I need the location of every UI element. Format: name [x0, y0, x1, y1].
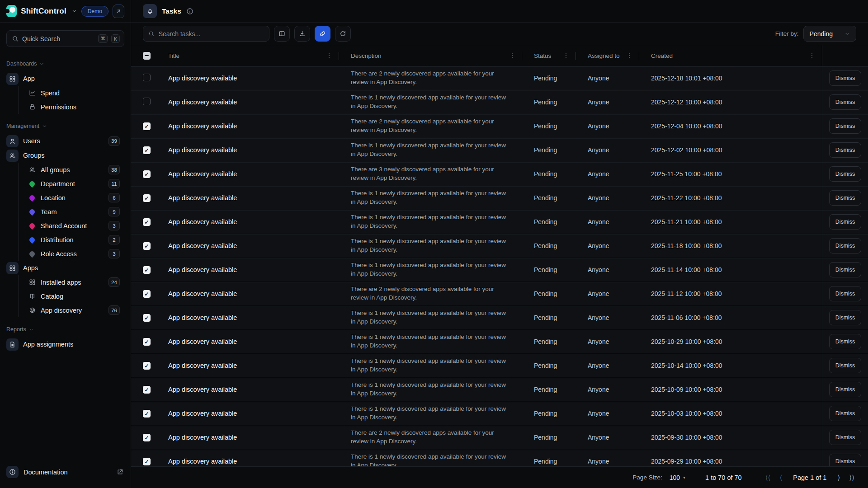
- task-created: 2025-10-14 10:00 +08:00: [639, 362, 822, 369]
- sidebar-item-users[interactable]: Users39: [6, 134, 120, 148]
- section-header-dashboards[interactable]: Dashboards: [6, 61, 120, 67]
- sidebar-item-app[interactable]: App: [6, 71, 120, 86]
- section-header-reports[interactable]: Reports: [6, 326, 120, 333]
- count-badge: 3: [108, 249, 120, 258]
- sidebar-item-permissions[interactable]: Permissions: [28, 100, 120, 114]
- dismiss-button[interactable]: Dismiss: [829, 382, 862, 397]
- row-checkbox[interactable]: ✓: [143, 266, 151, 274]
- section-header-management[interactable]: Management: [6, 123, 120, 129]
- last-page-button[interactable]: ⟩⟩: [849, 474, 854, 482]
- row-checkbox[interactable]: ✓: [143, 290, 151, 298]
- row-checkbox[interactable]: ✓: [143, 122, 151, 130]
- dismiss-button[interactable]: Dismiss: [829, 238, 862, 253]
- table-row: ✓ App discovery available There is 1 new…: [131, 186, 868, 210]
- task-description: There is 1 newly discovered app availabl…: [339, 213, 522, 230]
- dismiss-button[interactable]: Dismiss: [829, 118, 862, 134]
- task-created: 2025-11-21 10:00 +08:00: [639, 218, 822, 225]
- row-checkbox[interactable]: ✓: [143, 314, 151, 322]
- users-icon: [6, 150, 19, 162]
- info-icon[interactable]: [186, 8, 193, 15]
- first-page-button[interactable]: ⟨⟨: [765, 474, 771, 482]
- dismiss-button[interactable]: Dismiss: [829, 262, 862, 277]
- row-checkbox[interactable]: [143, 74, 151, 81]
- dismiss-button[interactable]: Dismiss: [829, 70, 862, 86]
- sidebar-item-shared-account[interactable]: Shared Account3: [28, 219, 120, 233]
- link-button[interactable]: [315, 26, 330, 42]
- sidebar-item-all-groups[interactable]: All groups38: [28, 163, 120, 177]
- task-title: App discovery available: [156, 146, 339, 154]
- row-checkbox[interactable]: ✓: [143, 434, 151, 441]
- column-menu-icon[interactable]: [626, 52, 633, 59]
- task-description: There is 1 newly discovered app availabl…: [339, 261, 522, 278]
- row-checkbox[interactable]: ✓: [143, 194, 151, 202]
- column-menu-icon[interactable]: [326, 52, 333, 59]
- table-row: ✓ App discovery available There is 1 new…: [131, 450, 868, 466]
- refresh-button[interactable]: [335, 26, 351, 42]
- column-menu-icon[interactable]: [509, 52, 516, 59]
- row-checkbox[interactable]: ✓: [143, 338, 151, 346]
- row-checkbox[interactable]: ✓: [143, 362, 151, 370]
- quick-search[interactable]: Quick Search ⌘ K: [6, 30, 124, 47]
- row-checkbox[interactable]: ✓: [143, 218, 151, 226]
- row-checkbox[interactable]: ✓: [143, 458, 151, 465]
- task-description: There is 1 newly discovered app availabl…: [339, 94, 522, 110]
- chart-icon: [28, 89, 36, 96]
- dismiss-button[interactable]: Dismiss: [829, 406, 862, 421]
- task-title: App discovery available: [156, 242, 339, 249]
- sidebar-item-catalog[interactable]: Catalog: [28, 289, 120, 303]
- sidebar-item-app-assignments[interactable]: App assignments: [6, 337, 120, 352]
- previous-page-button[interactable]: ⟨: [779, 474, 782, 482]
- sidebar-item-label: Department: [41, 180, 75, 188]
- sidebar-share-button[interactable]: [113, 5, 124, 18]
- sidebar-item-location[interactable]: Location6: [28, 191, 120, 205]
- external-link-icon[interactable]: [117, 469, 123, 475]
- dismiss-button[interactable]: Dismiss: [829, 430, 862, 445]
- dismiss-button[interactable]: Dismiss: [829, 310, 862, 325]
- task-table-body: App discovery available There are 2 newl…: [131, 66, 868, 466]
- dismiss-button[interactable]: Dismiss: [829, 166, 862, 182]
- sidebar-item-department[interactable]: Department11: [28, 177, 120, 191]
- dismiss-button[interactable]: Dismiss: [829, 214, 862, 230]
- dismiss-button[interactable]: Dismiss: [829, 286, 862, 301]
- column-header-status: Status: [522, 45, 576, 66]
- sidebar-item-apps[interactable]: Apps: [6, 261, 120, 275]
- dismiss-button[interactable]: Dismiss: [829, 94, 862, 110]
- dismiss-button[interactable]: Dismiss: [829, 190, 862, 206]
- download-button[interactable]: [294, 26, 310, 42]
- row-checkbox[interactable]: [143, 98, 151, 105]
- sidebar-item-distribution[interactable]: Distribution2: [28, 233, 120, 247]
- page-size-dropdown[interactable]: 100 ▾: [670, 474, 685, 481]
- column-menu-icon[interactable]: [808, 52, 816, 59]
- chevron-down-icon[interactable]: [71, 8, 77, 14]
- dismiss-button[interactable]: Dismiss: [829, 454, 862, 466]
- row-checkbox[interactable]: ✓: [143, 410, 151, 418]
- sidebar-item-app-discovery[interactable]: App discovery76: [28, 303, 120, 317]
- dismiss-button[interactable]: Dismiss: [829, 334, 862, 349]
- search-input[interactable]: [159, 30, 264, 38]
- sidebar-item-label: Spend: [41, 89, 60, 97]
- kbd-cmd: ⌘: [98, 34, 108, 43]
- row-checkbox[interactable]: ✓: [143, 146, 151, 154]
- dismiss-button[interactable]: Dismiss: [829, 142, 862, 158]
- sidebar-item-spend[interactable]: Spend: [28, 86, 120, 100]
- task-status: Pending: [522, 314, 576, 321]
- sidebar-item-team[interactable]: Team9: [28, 205, 120, 219]
- columns-button[interactable]: [274, 26, 290, 42]
- task-status: Pending: [522, 458, 576, 465]
- row-checkbox[interactable]: ✓: [143, 170, 151, 178]
- column-menu-icon[interactable]: [562, 52, 570, 59]
- table-row: App discovery available There are 2 newl…: [131, 66, 868, 90]
- column-header-actions: [822, 45, 868, 66]
- sidebar-item-documentation[interactable]: Documentation: [6, 466, 123, 478]
- sidebar-item-role-access[interactable]: Role Access3: [28, 247, 120, 261]
- sidebar-item-installed-apps[interactable]: Installed apps24: [28, 275, 120, 289]
- task-assigned: Anyone: [576, 386, 639, 393]
- sidebar-item-groups[interactable]: Groups: [6, 148, 120, 163]
- select-all-checkbox[interactable]: [143, 52, 151, 60]
- row-checkbox[interactable]: ✓: [143, 386, 151, 394]
- row-checkbox[interactable]: ✓: [143, 242, 151, 250]
- dismiss-button[interactable]: Dismiss: [829, 358, 862, 373]
- next-page-button[interactable]: ⟩: [837, 474, 840, 482]
- document-icon: [6, 338, 19, 351]
- filter-dropdown[interactable]: Pending: [803, 26, 856, 42]
